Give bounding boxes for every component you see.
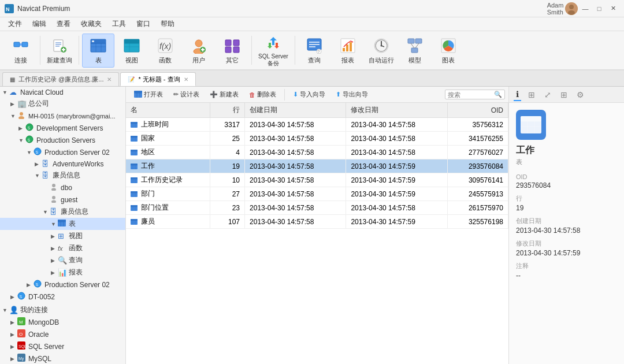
rp-tab-grid[interactable]: ⊞	[558, 89, 570, 101]
table-row[interactable]: 部门位置 23 2013-04-30 14:57:58 2013-04-30 1…	[126, 201, 508, 215]
close-button[interactable]: ✕	[607, 2, 619, 15]
sqlserver-backup-button[interactable]: SQL Server 备份	[255, 31, 292, 70]
user-conn-icon	[17, 111, 27, 121]
minimize-button[interactable]: —	[579, 2, 592, 15]
table-button[interactable]: 表	[82, 34, 114, 68]
function-button[interactable]: f(x) 函数	[149, 34, 181, 67]
view-button[interactable]: 视图	[116, 34, 148, 67]
open-table-button[interactable]: 打开表	[129, 89, 168, 100]
open-table-icon	[134, 91, 142, 99]
function-label: 函数	[159, 56, 172, 65]
col-modified: 修改日期	[346, 103, 447, 118]
sidebar-item-view[interactable]: ▶ ⊞ 视图	[0, 230, 125, 242]
sidebar-item-oracle[interactable]: ▶ O Oracle	[0, 328, 125, 340]
table-row[interactable]: 工作历史记录 10 2013-04-30 14:57:58 2013-04-30…	[126, 173, 508, 187]
function-label: 函数	[69, 243, 83, 253]
model-button[interactable]: 模型	[399, 34, 431, 67]
rp-comment-label: 注释	[516, 262, 617, 270]
tab-history-close[interactable]: ✕	[107, 76, 112, 83]
expand-arrow-icon: ▶	[10, 356, 17, 362]
sidebar-item-navicat-cloud[interactable]: ▼ ☁ Navicat Cloud	[0, 87, 125, 98]
delete-table-button[interactable]: 🗑 删除表	[244, 89, 281, 100]
rp-tab-settings[interactable]: ⚙	[574, 89, 586, 101]
function-icon: f(x)	[157, 38, 173, 54]
table-row[interactable]: 上班时间 3317 2013-04-30 14:57:58 2013-04-30…	[126, 118, 508, 132]
sidebar-item-report[interactable]: ▶ 📊 报表	[0, 266, 125, 278]
svg-rect-112	[131, 150, 138, 151]
import-wizard-button[interactable]: ⬇ 导入向导	[288, 89, 330, 100]
tab-query[interactable]: 📝 * 无标题 - 查询 ✕	[120, 72, 195, 86]
sidebar-item-adventure-works[interactable]: ▶ 🗄 AdventureWorks	[0, 158, 125, 169]
sidebar-item-dbo[interactable]: dbo	[0, 181, 125, 194]
sidebar-item-guest[interactable]: guest	[0, 194, 125, 206]
sidebar-item-dev-servers[interactable]: ▶ S Development Servers	[0, 122, 125, 134]
report-button[interactable]: 报表	[332, 34, 364, 67]
sidebar-item-mongodb[interactable]: ▶ M MongoDB	[0, 316, 125, 328]
table-row[interactable]: 工作 19 2013-04-30 14:57:58 2013-04-30 14:…	[126, 159, 508, 173]
sidebar-item-sqlserver[interactable]: ▶ SQL SQL Server	[0, 340, 125, 352]
connect-button[interactable]: 连接	[5, 34, 37, 67]
cell-name: 地区	[126, 146, 210, 159]
menu-help[interactable]: 帮助	[156, 18, 179, 30]
svg-point-30	[195, 40, 202, 47]
connect-icon	[13, 38, 29, 54]
tab-history[interactable]: ▦ 工作历史记录 @廉员信息.廉... ✕	[2, 72, 119, 86]
rp-tab-info[interactable]: ℹ	[514, 88, 521, 101]
sidebar-item-role-info[interactable]: ▼ 🗄 廉员信息	[0, 169, 125, 181]
export-wizard-button[interactable]: ⬆ 导出向导	[331, 89, 373, 100]
search-input[interactable]	[448, 91, 494, 98]
auto-run-button[interactable]: 自动运行	[365, 34, 398, 67]
menu-window[interactable]: 窗口	[132, 18, 155, 30]
design-table-button[interactable]: ✏ 设计表	[169, 89, 204, 100]
user-button[interactable]: 用户	[183, 34, 215, 67]
tab-query-close[interactable]: ✕	[184, 76, 188, 83]
chart-button[interactable]: 图表	[432, 34, 465, 67]
new-table-button[interactable]: ➕ 新建表	[205, 89, 243, 100]
sidebar-item-function[interactable]: ▶ fx 函数	[0, 242, 125, 254]
svg-point-3	[569, 5, 574, 9]
report-tree-icon: 📊	[58, 268, 67, 277]
query-toolbar-button[interactable]: ? 查询	[298, 34, 330, 67]
menu-tools[interactable]: 工具	[107, 18, 131, 30]
sidebar-item-table[interactable]: ▼ 表	[0, 218, 125, 230]
obj-search[interactable]: 🔍	[445, 90, 505, 99]
menu-edit[interactable]: 编辑	[28, 18, 51, 30]
table-row[interactable]: 地区 4 2013-04-30 14:57:58 2013-04-30 14:5…	[126, 146, 508, 159]
menu-view[interactable]: 查看	[52, 18, 75, 30]
table-row[interactable]: 部门 27 2013-04-30 14:57:58 2013-04-30 14:…	[126, 187, 508, 201]
mh-label: MH-0015 (marybrown@gmai...	[28, 113, 116, 120]
table-row[interactable]: 廉员 107 2013-04-30 14:57:58 2013-04-30 14…	[126, 215, 508, 229]
sidebar-item-my-connections[interactable]: ▼ 👤 我的连接	[0, 304, 125, 316]
cell-created: 2013-04-30 14:57:58	[245, 132, 346, 146]
cell-name: 国家	[126, 132, 210, 146]
cell-rows: 19	[210, 159, 245, 173]
sidebar-item-prod-server-02b[interactable]: ▶ S Production Server 02	[0, 278, 125, 291]
dev-servers-icon: S	[25, 123, 35, 133]
right-panel-tabs: ℹ ⊞ ⤢ ⊞ ⚙	[509, 87, 624, 103]
menu-file[interactable]: 文件	[3, 18, 27, 30]
sidebar-item-prod-servers[interactable]: ▼ S Production Servers	[0, 134, 125, 146]
guest-label: guest	[61, 196, 77, 204]
other-button[interactable]: 其它	[216, 34, 248, 67]
rp-tab-preview[interactable]: ⊞	[526, 89, 537, 101]
sidebar-item-prod-server-02[interactable]: ▼ S Production Server 02	[0, 146, 125, 158]
sidebar-item-dt0052[interactable]: ▶ S DT-0052	[0, 291, 125, 303]
obj-toolbar-divider	[284, 89, 285, 101]
view-label: 视图	[69, 231, 83, 241]
svg-point-53	[381, 44, 382, 46]
table-row[interactable]: 国家 25 2013-04-30 14:57:58 2013-04-30 14:…	[126, 132, 508, 146]
right-panel: ℹ ⊞ ⤢ ⊞ ⚙ 工作 表 OID 293576084 行 1	[508, 87, 624, 364]
prod-servers-label: Production Servers	[36, 136, 95, 144]
sidebar-item-db-role-info[interactable]: ▼ 🗄 廉员信息	[0, 206, 125, 218]
sidebar-item-mysql[interactable]: ▶ My MySQL	[0, 352, 125, 364]
maximize-button[interactable]: □	[593, 2, 606, 15]
sidebar-item-company[interactable]: ▶ 🏢 总公司	[0, 98, 125, 110]
rp-modified-value: 2013-04-30 14:57:59	[516, 249, 617, 257]
rp-tab-expand[interactable]: ⤢	[542, 89, 554, 101]
cell-name: 廉员	[126, 215, 210, 229]
menu-favorites[interactable]: 收藏夹	[76, 18, 106, 30]
dt-icon: S	[17, 292, 27, 302]
sidebar-item-query[interactable]: ▶ 🔍 查询	[0, 254, 125, 266]
new-query-button[interactable]: 新建查询	[43, 34, 76, 67]
sidebar-item-mh0015[interactable]: ▼ MH-0015 (marybrown@gmai...	[0, 110, 125, 122]
